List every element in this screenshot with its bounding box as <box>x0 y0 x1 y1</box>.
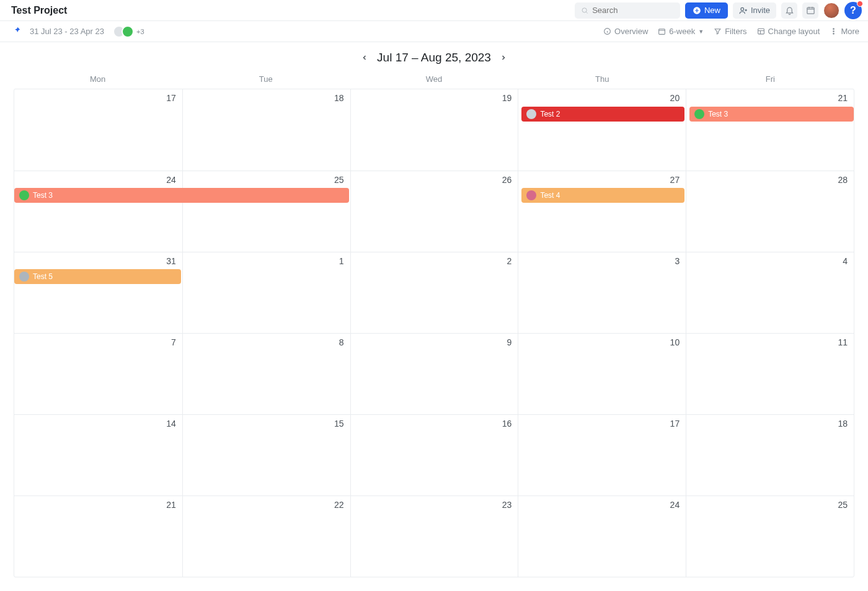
calendar-cell[interactable]: 2 <box>350 252 518 333</box>
date-number: 21 <box>838 93 848 103</box>
invite-button[interactable]: Invite <box>733 2 776 19</box>
date-number: 1 <box>339 256 344 266</box>
next-range-button[interactable] <box>500 54 507 61</box>
search-input[interactable] <box>592 6 674 15</box>
help-button[interactable]: ? <box>844 2 862 19</box>
calendar-week-row: 311234Test 5 <box>14 252 854 333</box>
svg-point-8 <box>833 31 835 32</box>
calendar-small-icon <box>658 27 666 35</box>
date-number: 8 <box>339 337 344 347</box>
calendar-cell[interactable]: 3 <box>518 252 686 333</box>
date-number: 16 <box>502 419 512 429</box>
filters-label: Filters <box>725 27 746 36</box>
date-number: 31 <box>166 256 176 266</box>
calendar-week-row: 1718192021Test 2Test 3 <box>14 89 854 171</box>
svg-line-1 <box>586 12 587 13</box>
info-icon <box>603 27 611 35</box>
calendar-icon <box>806 6 815 15</box>
calendar-cell[interactable]: 20 <box>518 89 686 171</box>
date-number: 26 <box>502 175 512 185</box>
search-icon <box>581 6 588 15</box>
calendar-cell[interactable]: 23 <box>350 495 518 577</box>
calendar-cell[interactable]: 17 <box>518 414 686 495</box>
svg-rect-3 <box>807 7 813 14</box>
date-number: 15 <box>334 419 344 429</box>
calendar-cell[interactable]: 27 <box>518 171 686 252</box>
calendar-cell[interactable]: 25 <box>182 171 350 252</box>
calendar-cell[interactable]: 9 <box>350 333 518 414</box>
new-button-label: New <box>704 6 720 15</box>
range-select-label: 6-week <box>669 27 695 36</box>
calendar-event[interactable]: Test 4 <box>521 188 684 203</box>
range-select[interactable]: 6-week ▼ <box>658 27 704 36</box>
sub-bar: 31 Jul 23 - 23 Apr 23 +3 Overview 6-week… <box>0 21 868 42</box>
new-button[interactable]: New <box>685 2 728 19</box>
filter-icon <box>714 27 722 35</box>
calendar-cell[interactable]: 8 <box>182 333 350 414</box>
calendar-cell[interactable]: 15 <box>182 414 350 495</box>
event-avatar <box>694 109 704 119</box>
calendar-cell[interactable]: 7 <box>14 333 182 414</box>
subbar-left: 31 Jul 23 - 23 Apr 23 +3 <box>12 25 144 38</box>
calendar-cell[interactable]: 4 <box>686 252 854 333</box>
assignee-avatar-stack[interactable]: +3 <box>113 25 144 38</box>
event-avatar <box>19 190 29 200</box>
calendar-cell[interactable]: 24 <box>14 171 182 252</box>
date-number: 14 <box>166 419 176 429</box>
calendar-cell[interactable]: 21 <box>686 89 854 171</box>
change-layout-button[interactable]: Change layout <box>757 27 820 36</box>
date-number: 22 <box>334 500 344 510</box>
calendar-cell[interactable]: 18 <box>182 89 350 171</box>
user-avatar[interactable] <box>823 2 839 19</box>
calendar-cell[interactable]: 14 <box>14 414 182 495</box>
calendar-cell[interactable]: 22 <box>182 495 350 577</box>
calendar-week-row: 2122232425 <box>14 495 854 577</box>
chevron-down-icon: ▼ <box>698 29 704 35</box>
calendar-event[interactable]: Test 3 <box>14 188 349 203</box>
calendar-cell[interactable]: 17 <box>14 89 182 171</box>
svg-point-0 <box>582 7 587 12</box>
calendar-event[interactable]: Test 5 <box>14 269 181 284</box>
calendar-event[interactable]: Test 3 <box>689 107 854 122</box>
date-number: 25 <box>838 500 848 510</box>
overview-button[interactable]: Overview <box>603 27 648 36</box>
layout-icon <box>757 27 765 35</box>
filters-button[interactable]: Filters <box>714 27 746 36</box>
calendar-cell[interactable]: 18 <box>686 414 854 495</box>
user-plus-icon <box>739 6 748 15</box>
calendar-button[interactable] <box>802 2 818 19</box>
date-number: 3 <box>675 256 680 266</box>
chevron-left-icon <box>361 54 368 61</box>
prev-range-button[interactable] <box>361 54 368 61</box>
weekday-header: Fri <box>686 69 854 89</box>
date-number: 11 <box>838 337 848 347</box>
date-number: 17 <box>670 419 680 429</box>
calendar-cell[interactable]: 16 <box>350 414 518 495</box>
calendar-cell[interactable]: 1 <box>182 252 350 333</box>
date-number: 25 <box>334 175 344 185</box>
date-number: 21 <box>166 500 176 510</box>
event-avatar <box>526 109 536 119</box>
more-menu[interactable]: More <box>830 27 859 36</box>
notifications-button[interactable] <box>781 2 797 19</box>
calendar-cell[interactable]: 24 <box>518 495 686 577</box>
date-number: 17 <box>166 93 176 103</box>
calendar-cell[interactable]: 10 <box>518 333 686 414</box>
calendar-cell[interactable]: 31 <box>14 252 182 333</box>
calendar-cell[interactable]: 21 <box>14 495 182 577</box>
calendar-week-row: 7891011 <box>14 333 854 414</box>
calendar-cell[interactable]: 26 <box>350 171 518 252</box>
calendar-cell[interactable]: 19 <box>350 89 518 171</box>
date-range-title: Jul 17 – Aug 25, 2023 <box>377 51 491 64</box>
date-nav: Jul 17 – Aug 25, 2023 <box>0 42 868 69</box>
svg-rect-5 <box>659 29 665 35</box>
calendar-cell[interactable]: 11 <box>686 333 854 414</box>
event-label: Test 3 <box>708 110 728 118</box>
date-number: 9 <box>507 337 512 347</box>
pin-icon[interactable] <box>12 26 21 37</box>
search-input-wrap[interactable] <box>575 2 680 19</box>
calendar-cell[interactable]: 28 <box>686 171 854 252</box>
calendar-cell[interactable]: 25 <box>686 495 854 577</box>
date-number: 4 <box>843 256 848 266</box>
calendar-event[interactable]: Test 2 <box>521 107 684 122</box>
